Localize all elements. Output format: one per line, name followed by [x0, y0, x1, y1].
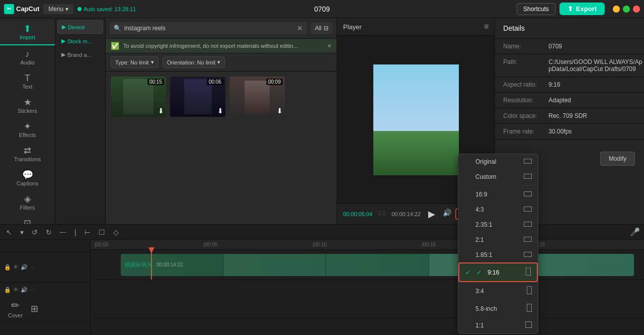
minimize-button[interactable] [613, 6, 620, 13]
filter-icon: ⊟ [324, 25, 329, 32]
ruler-mark-5: |00:05 [204, 242, 313, 247]
toolbar-captions[interactable]: 💬 Captions [0, 166, 55, 190]
ruler-mark-0: |00:00 [95, 242, 204, 247]
mic-button[interactable]: 🎤 [630, 227, 640, 237]
aspect-icon-4-3 [524, 206, 532, 213]
track-controls-cover: 🔒 👁 🔊 ··· [4, 287, 34, 293]
type-filter[interactable]: Type: No limit ▾ [111, 56, 158, 68]
timeline-ruler: |00:00 |00:05 |00:10 |00:15 |00:25 [91, 240, 644, 250]
aspect-label-original: Original [475, 158, 496, 165]
toolbar-filters[interactable]: ◈ Filters [0, 190, 55, 215]
track-controls-main: 🔒 👁 🔊 ··· [4, 264, 34, 271]
aspect-label-1-1: 1:1 [475, 322, 484, 329]
tl-track-label-cover: 🔒 👁 🔊 ··· ✏ Cover ⊞ [0, 283, 90, 320]
toolbar-text[interactable]: T Text [0, 70, 55, 94]
aspect-option-2-35[interactable]: 2.35:1 [458, 217, 538, 232]
thumbnail-item-1[interactable]: 00:06 ⬇ [170, 77, 225, 117]
thumbnail-item-0[interactable]: 00:15 ⬇ [111, 77, 166, 117]
playhead[interactable] [151, 250, 152, 280]
close-button[interactable] [633, 6, 640, 13]
media-area: ▶ Device ▶ Stock m... ▶ Brand a... 🔍 [55, 18, 337, 224]
main-video-clip[interactable]: 校园好风光 00:00:14:22 [121, 254, 634, 276]
aspect-option-1-85[interactable]: 1.85:1 [458, 247, 538, 262]
more-icon-2[interactable]: ··· [30, 287, 34, 293]
split-button[interactable]: ⟝ [58, 227, 68, 237]
aspect-icon-1-85 [524, 251, 532, 258]
orientation-filter[interactable]: Orientation: No limit ▾ [163, 56, 225, 68]
trim-button[interactable]: ⊢ [83, 227, 93, 237]
player-title: Player [343, 23, 362, 31]
thumbnail-item-2[interactable]: 00:09 ⬇ [229, 77, 285, 117]
download-icon-1[interactable]: ⬇ [217, 107, 223, 115]
download-icon-0[interactable]: ⬇ [158, 107, 164, 115]
aspect-option-1-1[interactable]: 1:1 [458, 317, 538, 333]
modify-button[interactable]: Modify [600, 152, 635, 166]
notice-close-button[interactable]: ✕ [327, 43, 332, 49]
thumb-duration-0: 00:15 [147, 79, 164, 85]
maximize-button[interactable] [623, 6, 630, 13]
shortcuts-button[interactable]: Shortcuts [517, 3, 555, 15]
export-button[interactable]: ⬆ Export [559, 3, 605, 15]
aspect-option-2-1[interactable]: 2:1 [458, 232, 538, 247]
transitions-icon: ⇄ [24, 146, 31, 155]
audio-icon-track[interactable]: 🔊 [21, 264, 28, 271]
aspect-option-16-9[interactable]: 16:9 [458, 187, 538, 202]
app-name: CapCut [16, 5, 39, 13]
toolbar-import[interactable]: ⬆ Import [0, 20, 55, 45]
player-menu-icon[interactable]: ≡ [484, 22, 489, 31]
more-icon[interactable]: ··· [30, 264, 34, 271]
search-icon: 🔍 [114, 25, 121, 32]
source-tab-device[interactable]: ▶ Device [57, 20, 103, 34]
aspect-option-4-3[interactable]: 4:3 [458, 202, 538, 217]
cursor-tool[interactable]: ↖ [4, 227, 14, 237]
toolbar-adjustment[interactable]: ⊡ Adjustment [0, 215, 55, 224]
detail-label-name: Name: [503, 43, 548, 50]
cover-label: Cover [8, 312, 23, 318]
aspect-option-5-8[interactable]: 5.8-inch [458, 300, 538, 317]
left-panel: ▶ Device ▶ Stock m... ▶ Brand a... 🔍 [55, 18, 337, 224]
play-button[interactable]: ▶ [426, 208, 438, 220]
search-clear-icon[interactable]: ✕ [297, 24, 303, 32]
search-input-wrap: 🔍 ✕ [110, 22, 307, 34]
source-tab-brand[interactable]: ▶ Brand a... [57, 48, 103, 61]
toolbar-audio[interactable]: ♪ Audio [0, 45, 55, 70]
toolbar-import-label: Import [20, 34, 35, 40]
toolbar-transitions[interactable]: ⇄ Transitions [0, 142, 55, 166]
window-controls [613, 6, 640, 13]
aspect-option-9-16[interactable]: ✓ 9:16 [458, 262, 538, 282]
lock-icon-2[interactable]: 🔒 [4, 287, 11, 293]
split-tool-chevron[interactable]: ▾ [18, 227, 26, 237]
aspect-option-3-4[interactable]: 3:4 [458, 282, 538, 300]
cover-button[interactable]: ✏ Cover [4, 295, 27, 322]
source-tab-stock[interactable]: ▶ Stock m... [57, 35, 103, 47]
all-filter-button[interactable]: All ⊟ [311, 23, 333, 34]
tl-track-label-1 [0, 240, 90, 252]
eye-icon-2[interactable]: 👁 [13, 287, 19, 293]
redo-button[interactable]: ↻ [44, 227, 54, 237]
cover-grid-icon[interactable]: ⊞ [31, 303, 38, 314]
toolbar-transitions-label: Transitions [14, 156, 41, 162]
download-icon-2[interactable]: ⬇ [277, 107, 283, 115]
detail-value-resolution: Adapted [548, 97, 643, 104]
menu-button[interactable]: Menu ▾ [43, 4, 73, 14]
aspect-label-4-3: 4:3 [475, 206, 484, 213]
text-icon: T [25, 74, 30, 83]
detail-row-framerate: Frame rate: 30.00fps [495, 124, 644, 140]
lock-icon[interactable]: 🔒 [4, 264, 11, 271]
delete-button[interactable]: ☐ [97, 227, 107, 237]
aspect-option-original[interactable]: Original [458, 154, 538, 169]
audio-icon-2[interactable]: 🔊 [21, 287, 28, 293]
volume-icon[interactable]: 🔊 [443, 209, 451, 220]
aspect-icon-1-1 [525, 321, 532, 329]
import-icon: ⬆ [24, 24, 31, 33]
toolbar-effects[interactable]: ✦ Effects [0, 118, 55, 142]
eye-icon[interactable]: 👁 [13, 264, 19, 271]
logo: ✂ CapCut [4, 4, 39, 14]
split-icon[interactable]: | [72, 227, 78, 237]
toolbar-stickers[interactable]: ★ Stickers [0, 94, 55, 118]
undo-button[interactable]: ↺ [30, 227, 40, 237]
chevron-down-icon-orient: ▾ [217, 59, 220, 65]
keyframe-button[interactable]: ◇ [111, 227, 121, 237]
aspect-option-custom[interactable]: Custom [458, 169, 538, 184]
search-input[interactable] [124, 25, 294, 32]
